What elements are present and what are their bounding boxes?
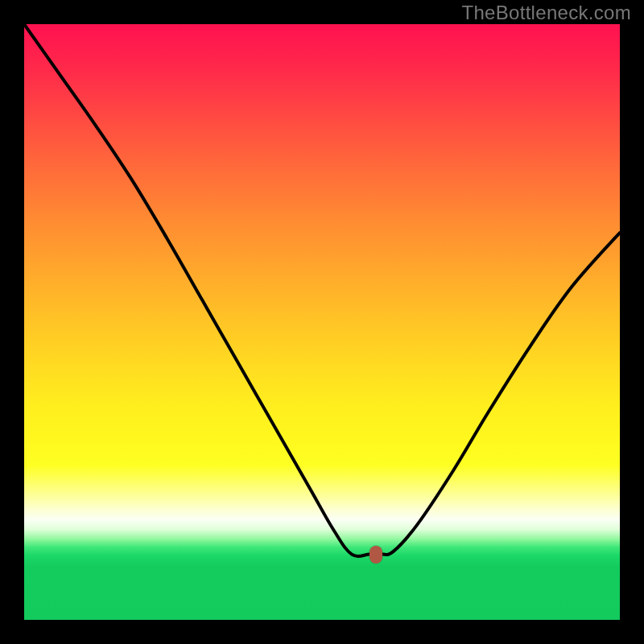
chart-frame: TheBottleneck.com: [0, 0, 644, 644]
watermark-text: TheBottleneck.com: [461, 2, 631, 24]
bottleneck-curve: [24, 24, 620, 620]
plot-gradient-background: [24, 24, 620, 620]
optimal-point-marker: [369, 546, 382, 564]
